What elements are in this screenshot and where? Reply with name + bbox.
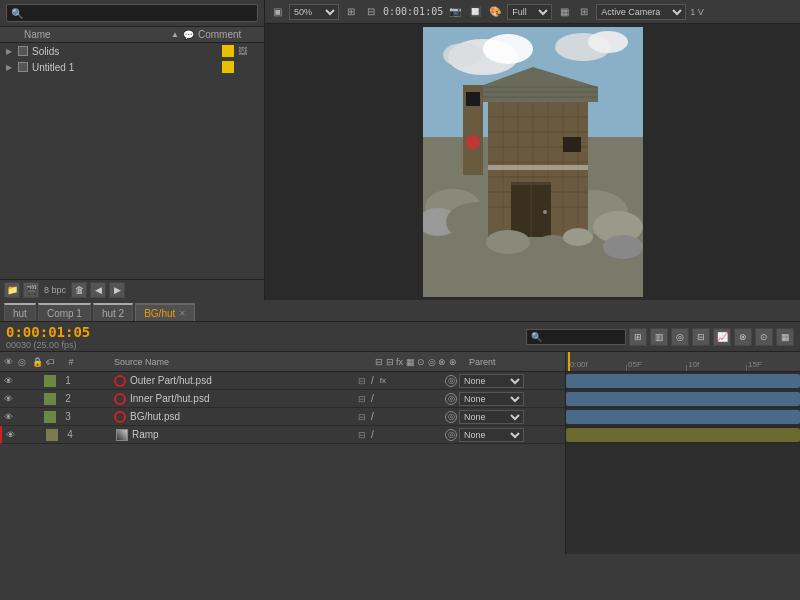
layer-row-controls: 👁 3 [2, 411, 112, 423]
color-swatch [222, 45, 234, 57]
collapse-switch[interactable]: / [371, 375, 374, 386]
parent-select[interactable]: None [459, 392, 524, 406]
new-comp-button[interactable]: 🎬 [23, 282, 39, 298]
track-bar[interactable] [566, 374, 800, 388]
track-bar-ramp[interactable] [566, 428, 800, 442]
playhead[interactable] [568, 352, 570, 371]
composition-preview [265, 24, 800, 300]
layer-type-icon [112, 373, 128, 389]
collapse-switch[interactable]: / [371, 393, 374, 404]
sort-icon: ▲ [171, 30, 179, 39]
lock-icon[interactable] [30, 393, 42, 405]
motion-blur-button[interactable]: ⊗ [734, 328, 752, 346]
solo-icon[interactable] [18, 429, 30, 441]
lock-icon[interactable] [32, 429, 44, 441]
color-icon[interactable]: 🎨 [487, 4, 503, 20]
timeline-area: hut Comp 1 hut 2 BG/hut ✕ 0:00:01:05 000… [0, 300, 800, 554]
comp-panel-icon: ▣ [269, 4, 285, 20]
tab-hut2[interactable]: hut 2 [93, 303, 133, 321]
track-bar[interactable] [566, 392, 800, 406]
list-item[interactable]: ▶ Untitled 1 [0, 59, 264, 75]
timeline-ruler: 0:00f 05F 10f 15F [566, 352, 800, 372]
layer-row[interactable]: 👁 3 BG/hut.psd ⊟ / ◎ [0, 408, 565, 426]
collapse-switch[interactable]: / [371, 429, 374, 440]
layer-parent: ◎ None [445, 392, 565, 406]
preview-area: ▣ 50% 100% 25% ⊞ ⊟ 0:00:01:05 📷 🔲 🎨 Full… [265, 0, 800, 300]
solo-icon[interactable] [16, 393, 28, 405]
timecode-value[interactable]: 0:00:01:05 [6, 324, 90, 340]
svg-point-40 [486, 230, 530, 254]
layer-row[interactable]: 👁 4 Ramp ⊟ / ◎ [0, 426, 565, 444]
svg-point-3 [443, 43, 483, 67]
show-snapshot-icon[interactable]: 🔲 [467, 4, 483, 20]
layer-row[interactable]: 👁 1 Outer Part/hut.psd ⊟ / fx [0, 372, 565, 390]
ruler-marker-10: 10f [688, 360, 699, 371]
frames-button[interactable]: ⊟ [692, 328, 710, 346]
switches-button[interactable]: ▦ [776, 328, 794, 346]
label-color [44, 375, 56, 387]
label-col-header: 🏷 [46, 357, 58, 367]
zoom-select[interactable]: 50% 100% 25% [289, 4, 339, 20]
solo-icon[interactable] [16, 375, 28, 387]
layer-number: 3 [58, 411, 78, 422]
layer-search-input[interactable] [526, 329, 626, 345]
ruler-marker-5: 05F [628, 360, 642, 371]
layer-switches: ⊟ / [355, 428, 445, 442]
lock-icon[interactable] [30, 375, 42, 387]
layer-name: Inner Part/hut.psd [128, 393, 355, 404]
parent-select[interactable]: None [459, 374, 524, 388]
shy-switch[interactable]: ⊟ [355, 410, 369, 424]
shy-switch[interactable]: ⊟ [355, 392, 369, 406]
tab-bghut[interactable]: BG/hut ✕ [135, 303, 195, 321]
label-color [46, 429, 58, 441]
nav-left-button[interactable]: ◀ [90, 282, 106, 298]
item-label: Solids [32, 46, 218, 57]
list-item[interactable]: ▶ Solids 🖼 [0, 43, 264, 59]
expand-icon: ▶ [6, 47, 14, 56]
pixel-aspect-icon[interactable]: ⊟ [363, 4, 379, 20]
lock-icon[interactable] [30, 411, 42, 423]
fx-switch[interactable]: fx [376, 374, 390, 388]
quality-select[interactable]: Full Half Third Quarter [507, 4, 552, 20]
visibility-icon[interactable]: 👁 [2, 393, 14, 405]
expand-all-button[interactable]: ⊞ [629, 328, 647, 346]
project-items-list: ▶ Solids 🖼 ▶ Untitled 1 [0, 43, 264, 279]
tab-close-icon[interactable]: ✕ [179, 309, 186, 318]
top-area: Name ▲ 💬 Comment ▶ Solids 🖼 ▶ [0, 0, 800, 300]
solo-button[interactable]: ◎ [671, 328, 689, 346]
shy-switch[interactable]: ⊟ [355, 374, 369, 388]
parent-select[interactable]: None [459, 428, 524, 442]
visibility-icon[interactable]: 👁 [2, 411, 14, 423]
collapse-switch[interactable]: / [371, 411, 374, 422]
project-panel: Name ▲ 💬 Comment ▶ Solids 🖼 ▶ [0, 0, 265, 300]
project-search-input[interactable] [6, 4, 258, 22]
parent-select[interactable]: None [459, 410, 524, 424]
project-search-bar [0, 0, 264, 27]
solo-icon[interactable] [16, 411, 28, 423]
tab-comp1[interactable]: Comp 1 [38, 303, 91, 321]
draft-button[interactable]: ⊙ [755, 328, 773, 346]
snapshot-icon[interactable]: 📷 [447, 4, 463, 20]
shy-switch[interactable]: ⊟ [355, 428, 369, 442]
visibility-icon[interactable]: 👁 [4, 429, 16, 441]
visibility-icon[interactable]: 👁 [2, 375, 14, 387]
svg-point-42 [563, 228, 593, 246]
layer-parent: ◎ None [445, 428, 565, 442]
preview-timecode: 0:00:01:05 [383, 6, 443, 17]
grid-icon[interactable]: ⊞ [576, 4, 592, 20]
graph-editor-button[interactable]: 📈 [713, 328, 731, 346]
nav-right-button[interactable]: ▶ [109, 282, 125, 298]
region-icon[interactable]: ▦ [556, 4, 572, 20]
empty-track-area [566, 444, 800, 554]
fit-icon[interactable]: ⊞ [343, 4, 359, 20]
layer-parent: ◎ None [445, 410, 565, 424]
tab-hut[interactable]: hut [4, 303, 36, 321]
track-bar[interactable] [566, 410, 800, 424]
layer-row[interactable]: 👁 2 Inner Part/hut.psd ⊟ / [0, 390, 565, 408]
trash-button[interactable]: 🗑 [71, 282, 87, 298]
timeline-tabs: hut Comp 1 hut 2 BG/hut ✕ [0, 300, 800, 322]
timeline-tracks: 0:00f 05F 10f 15F [565, 352, 800, 554]
collapse-all-button[interactable]: ▥ [650, 328, 668, 346]
new-folder-button[interactable]: 📁 [4, 282, 20, 298]
camera-select[interactable]: Active Camera Camera 1 [596, 4, 686, 20]
